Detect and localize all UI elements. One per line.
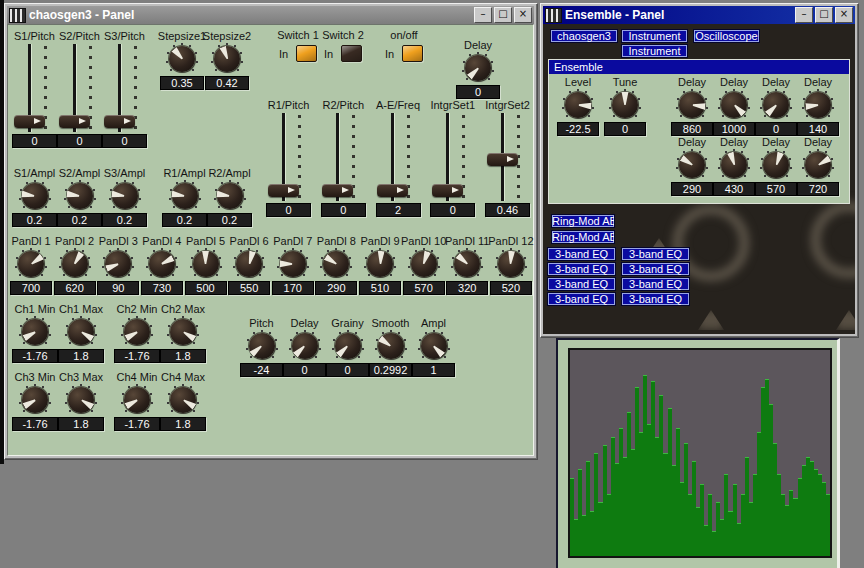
knob-dial[interactable] <box>451 248 483 280</box>
knob-dial[interactable] <box>676 89 708 121</box>
switch-2: Switch 2 In <box>317 29 369 62</box>
knob-dial[interactable] <box>332 330 364 362</box>
maximize-button[interactable]: □ <box>815 7 833 23</box>
slider[interactable] <box>62 44 98 132</box>
panel-button[interactable]: 3-band EQ <box>621 247 690 261</box>
knob-dial[interactable] <box>277 248 309 280</box>
minimize-button[interactable]: – <box>795 7 813 23</box>
slider-handle[interactable] <box>268 184 299 197</box>
knob-dial[interactable] <box>760 149 792 181</box>
knob-dial[interactable] <box>167 316 199 348</box>
switch-button[interactable] <box>402 45 423 62</box>
panel-button[interactable]: 3-band EQ <box>621 262 690 276</box>
knob-dial[interactable] <box>19 384 51 416</box>
slider[interactable] <box>17 44 53 132</box>
value-display: 1000 <box>713 122 755 136</box>
mid-sliders-group: R1/Pitch 0 R2/Pitch 0 A-E/Freq 2 IntgrSe… <box>266 99 530 217</box>
knob-dial[interactable] <box>718 149 750 181</box>
knob-dial[interactable] <box>676 149 708 181</box>
knob-dial[interactable] <box>495 248 527 280</box>
slider[interactable] <box>271 113 307 201</box>
knob-dial[interactable] <box>166 43 198 75</box>
panel-button[interactable]: 3-band EQ <box>621 277 690 291</box>
slider[interactable] <box>435 113 471 201</box>
knob-dial[interactable] <box>64 180 96 212</box>
knob-dial[interactable] <box>15 248 47 280</box>
panel-button[interactable]: 3-band EQ <box>621 292 690 306</box>
knob-dial[interactable] <box>408 248 440 280</box>
panel-button[interactable]: Instrument <box>621 44 688 58</box>
knob-dial[interactable] <box>109 180 141 212</box>
close-button[interactable]: × <box>835 7 853 23</box>
knob-dial[interactable] <box>211 43 243 75</box>
eq-buttons-grid: 3-band EQ 3-band EQ 3-band EQ 3-band EQ … <box>547 247 690 306</box>
slider[interactable] <box>325 113 361 201</box>
panel-button[interactable]: Ring-Mod AB <box>551 230 615 244</box>
knob-dial[interactable] <box>19 316 51 348</box>
knob-dial[interactable] <box>375 330 407 362</box>
panel-button[interactable]: 3-band EQ <box>547 262 616 276</box>
switch-button[interactable] <box>341 45 362 62</box>
knob-dial[interactable] <box>364 248 396 280</box>
panel-button[interactable]: 3-band EQ <box>547 247 616 261</box>
knob-dial[interactable] <box>121 384 153 416</box>
panel-button[interactable]: 3-band EQ <box>547 277 616 291</box>
knob-dial[interactable] <box>169 180 201 212</box>
close-button[interactable]: × <box>514 7 532 23</box>
knob-dial[interactable] <box>102 248 134 280</box>
value-display: -24 <box>240 363 283 377</box>
knob-dial[interactable] <box>121 316 153 348</box>
knob-dial[interactable] <box>190 248 222 280</box>
slider[interactable] <box>107 44 143 132</box>
slider-handle[interactable] <box>104 115 135 128</box>
knob-label: Delay <box>804 136 832 148</box>
slider-handle[interactable] <box>14 115 45 128</box>
knob-dial[interactable] <box>462 52 494 84</box>
window-title: chaosgen3 - Panel <box>29 8 471 22</box>
titlebar-ensemble[interactable]: Ensemble - Panel – □ × <box>543 6 855 24</box>
knob-dial[interactable] <box>718 89 750 121</box>
slider-handle[interactable] <box>432 184 463 197</box>
knob-unit: PanDl 3 90 <box>97 235 139 295</box>
knob-dial[interactable] <box>802 89 834 121</box>
value-display: -22.5 <box>557 122 599 136</box>
slider-handle[interactable] <box>487 153 518 166</box>
knob-dial[interactable] <box>320 248 352 280</box>
knob-dial[interactable] <box>802 149 834 181</box>
panel-button[interactable]: 3-band EQ <box>547 292 616 306</box>
knob-label: Ch4 Max <box>161 371 205 383</box>
knob-dial[interactable] <box>233 248 265 280</box>
knob-unit: Ch3 Max 1.8 <box>58 371 104 431</box>
knob-dial[interactable] <box>59 248 91 280</box>
slider-handle[interactable] <box>322 184 353 197</box>
knob-unit: Ampl 1 <box>412 317 455 377</box>
knob-dial[interactable] <box>65 384 97 416</box>
slider-handle[interactable] <box>59 115 90 128</box>
panel-button[interactable]: Ring-Mod AB <box>551 214 615 228</box>
panel-button[interactable]: Instrument <box>621 29 688 43</box>
knob-dial[interactable] <box>214 180 246 212</box>
knob-dial[interactable] <box>562 89 594 121</box>
slider[interactable] <box>490 113 526 201</box>
value-display: 0.2 <box>207 213 252 227</box>
slider-label: R1/Pitch <box>268 99 310 111</box>
panel-button[interactable]: chaosgen3 <box>550 29 618 43</box>
knob-dial[interactable] <box>760 89 792 121</box>
knob-dial[interactable] <box>609 89 641 121</box>
knob-dial[interactable] <box>289 330 321 362</box>
slider-handle[interactable] <box>377 184 408 197</box>
knob-dial[interactable] <box>146 248 178 280</box>
panel-button[interactable]: Oscilloscope <box>693 29 760 43</box>
knob-unit: Delay 570 <box>755 136 797 196</box>
window-controls: – □ × <box>474 7 532 23</box>
knob-dial[interactable] <box>19 180 51 212</box>
titlebar-chaosgen3[interactable]: chaosgen3 - Panel – □ × <box>7 6 534 24</box>
minimize-button[interactable]: – <box>474 7 492 23</box>
knob-dial[interactable] <box>418 330 450 362</box>
knob-dial[interactable] <box>167 384 199 416</box>
switch-button[interactable] <box>296 45 317 62</box>
knob-dial[interactable] <box>246 330 278 362</box>
slider[interactable] <box>380 113 416 201</box>
knob-dial[interactable] <box>65 316 97 348</box>
maximize-button[interactable]: □ <box>494 7 512 23</box>
